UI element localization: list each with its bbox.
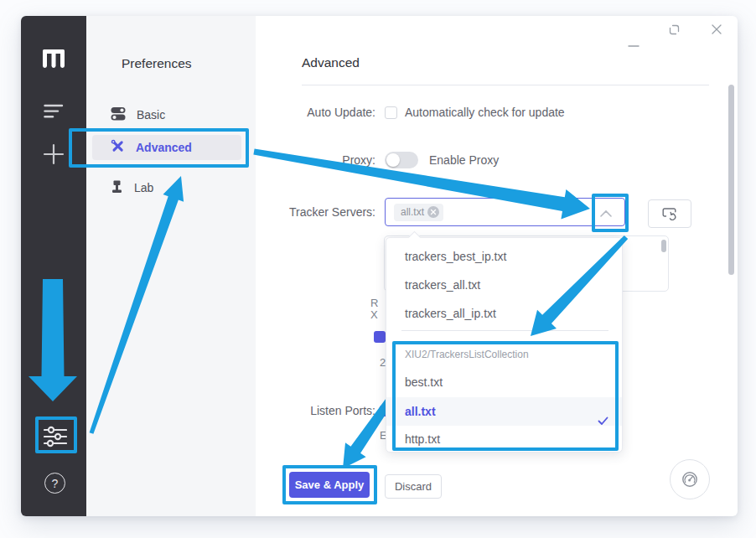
save-apply-button[interactable]: Save & Apply xyxy=(289,472,370,498)
auto-update-label: Auto Update: xyxy=(235,106,375,119)
dropdown-item[interactable]: best.txt xyxy=(386,368,622,396)
tracker-servers-select[interactable]: all.txt xyxy=(385,198,625,226)
app-window: ? Preferences Basic xyxy=(21,16,738,516)
nav-item-label: Basic xyxy=(137,108,165,122)
proxy-toggle[interactable] xyxy=(385,152,418,168)
nav-item-lab[interactable]: Lab xyxy=(92,175,241,200)
toggle-knob xyxy=(386,153,400,167)
maximize-button[interactable] xyxy=(668,23,680,35)
minimize-button[interactable] xyxy=(627,39,640,52)
toggles-icon xyxy=(111,106,126,123)
occluded-checkbox-fragment xyxy=(374,331,386,343)
occluded-text-fragment: R xyxy=(370,297,378,309)
sync-trackers-button[interactable] xyxy=(648,199,691,228)
tools-icon xyxy=(111,139,125,156)
nav-item-advanced[interactable]: Advanced xyxy=(92,135,241,160)
close-button[interactable] xyxy=(710,23,723,36)
motrix-logo-icon xyxy=(42,49,65,69)
occluded-text-fragment: X xyxy=(370,308,378,321)
dropdown-item-label: all.txt xyxy=(405,405,436,418)
dropdown-item-selected[interactable]: all.txt xyxy=(386,397,622,426)
textarea-scrollbar[interactable] xyxy=(661,240,666,252)
proxy-row: Proxy: Enable Proxy xyxy=(235,150,499,170)
listen-ports-row: Listen Ports: xyxy=(235,401,385,421)
preferences-nav: Preferences Basic xyxy=(86,16,256,516)
speed-limit-button[interactable] xyxy=(670,459,710,499)
tracker-servers-label: Tracker Servers: xyxy=(235,205,375,219)
auto-update-checkbox[interactable] xyxy=(385,106,397,119)
nav-item-label: Lab xyxy=(134,181,153,194)
tag-label: all.txt xyxy=(401,206,424,218)
title-divider xyxy=(302,85,709,85)
app-sidebar: ? xyxy=(21,16,86,516)
tracker-servers-row: Tracker Servers: all.txt xyxy=(235,195,625,229)
dropdown-group-label: XIU2/TrackersListCollection xyxy=(405,349,529,360)
auto-update-checkbox-label[interactable]: Automatically check for update xyxy=(405,106,565,119)
screenshot-canvas: ? Preferences Basic xyxy=(0,0,756,538)
selected-tracker-tag: all.txt xyxy=(394,204,443,221)
proxy-label: Proxy: xyxy=(235,153,375,167)
dropdown-item[interactable]: trackers_all_ip.txt xyxy=(386,299,622,328)
dropdown-item[interactable]: trackers_best_ip.txt xyxy=(386,242,622,271)
listen-ports-label: Listen Ports: xyxy=(235,404,375,417)
page-title: Advanced xyxy=(302,55,360,70)
content-scrollbar[interactable] xyxy=(728,85,734,275)
preferences-title: Preferences xyxy=(122,56,192,71)
help-icon[interactable]: ? xyxy=(44,473,65,494)
add-task-icon[interactable] xyxy=(43,143,65,165)
dropdown-item[interactable]: trackers_all.txt xyxy=(386,271,622,299)
tag-close-icon[interactable] xyxy=(427,206,439,218)
tracker-dropdown: trackers_best_ip.txt trackers_all.txt tr… xyxy=(386,237,623,453)
auto-update-row: Auto Update: Automatically check for upd… xyxy=(235,102,565,122)
dropdown-divider xyxy=(401,330,608,331)
discard-button[interactable]: Discard xyxy=(385,474,442,499)
task-list-icon[interactable] xyxy=(44,104,64,119)
nav-item-label: Advanced xyxy=(136,141,192,154)
help-glyph: ? xyxy=(52,477,59,490)
dropdown-item[interactable]: http.txt xyxy=(386,425,622,453)
proxy-toggle-label: Enable Proxy xyxy=(429,153,499,167)
preferences-sliders-icon[interactable] xyxy=(44,426,67,447)
flask-icon xyxy=(111,180,123,196)
nav-item-basic[interactable]: Basic xyxy=(92,102,241,127)
chevron-up-icon[interactable] xyxy=(599,207,613,222)
